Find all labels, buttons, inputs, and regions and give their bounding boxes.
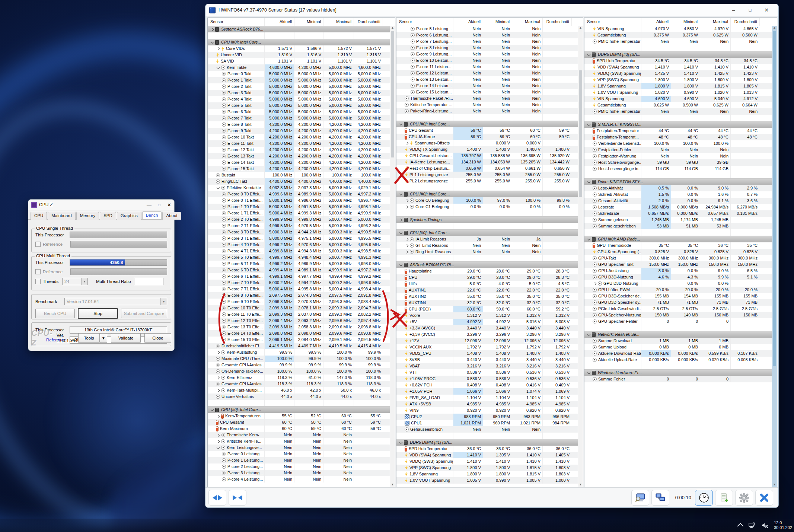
sensor-section-row[interactable]: CPU [#0]: Intel Core... xyxy=(208,39,390,45)
sensor-row[interactable]: Uncore Verhältnis44.0 x44.0 x44.0 x44.0 … xyxy=(208,394,390,400)
sensor-row[interactable]: P-core 0 Leistung...NeinNeinNein xyxy=(208,451,390,457)
sensor-row[interactable]: GPU-Takt300.0 MHz300.0 MHz300.0 MHz300.0… xyxy=(584,255,772,261)
sensor-row[interactable]: Gesamtleistung0.625 W0.500 W0.625 W0.604… xyxy=(584,102,772,108)
sensor-row[interactable]: E-core 8 T0 Effek...2,097.5 MHz2,074.3 M… xyxy=(208,292,390,299)
tab-memory[interactable]: Memory xyxy=(76,212,99,220)
scroll-up-icon[interactable]: ▲ xyxy=(578,26,583,30)
sensor-row[interactable]: Core VIDs1.571 V1.566 V1.572 V1.571 V xyxy=(208,45,390,52)
sensor-row[interactable]: Ring/LLC Takt4,400.0 MHz4,400.0 MHz4,400… xyxy=(208,178,390,185)
chevron-down-icon[interactable] xyxy=(399,231,404,235)
sensor-row[interactable]: Kern-Temperaturen55 °C52 °C60 °C55 °C xyxy=(208,413,390,419)
threads-checkbox[interactable] xyxy=(35,279,41,284)
sensor-row[interactable]: +5V4.992 V4.992 V5.016 V5.008 V xyxy=(396,319,578,325)
sensor-row[interactable]: Summe Download1 MB1 MB1 MB xyxy=(584,338,772,344)
sensor-row[interactable]: CPU Gesamt60 °C58 °C60 °C59 °C xyxy=(208,419,390,426)
sensor-section-row[interactable]: CPU [#0]: Intel Core... xyxy=(208,406,390,413)
sensor-row[interactable]: Schreibrate0.657 MB/s0.000 MB/s0.657 MB/… xyxy=(584,210,772,217)
maximize-button[interactable]: □ xyxy=(742,5,758,15)
chevron-down-icon[interactable] xyxy=(216,446,221,450)
sensor-row[interactable]: Kern-Leistungsve...NeinNeinNein xyxy=(208,445,390,451)
sensor-row[interactable]: AUXTIN235.0 °C35.0 °C35.0 °C35.0 °C xyxy=(396,293,578,300)
sensor-row[interactable]: CPU-IA-Kerne59 °C59 °C60 °C59 °C xyxy=(396,134,578,140)
sensor-row[interactable]: Effektive Kerntakte4,032.8 MHz2,037.8 MH… xyxy=(208,185,390,191)
remote-monitoring-button[interactable] xyxy=(651,490,669,506)
sensor-row[interactable]: Kern-Takte4,600.0 MHz4,200.0 MHz5,000.0 … xyxy=(208,64,390,71)
column-header-maximal[interactable]: Maximal xyxy=(512,18,542,26)
column-header-durchschnitt[interactable]: Durchschnitt xyxy=(354,18,383,26)
sensor-row[interactable]: GPU D3D-Speicher dy...71 MB71 MB71 MB71 … xyxy=(584,299,772,306)
sensor-section-row[interactable]: CPU [#0]: Intel Core... xyxy=(396,121,578,127)
sensor-row[interactable]: P-core 0 Takt5,000.0 MHz5,000.0 MHz5,000… xyxy=(208,71,390,77)
sensor-row[interactable]: +1.05V PCH1.066 V1.066 V1.074 V1.069 V xyxy=(396,388,578,395)
scrollbar[interactable]: ▲ ▼ xyxy=(772,26,777,487)
column-header-sensor[interactable]: Sensor xyxy=(584,18,641,26)
sensor-row[interactable]: GPU-Thermodiode35 °C35 °C36 °C35 °C xyxy=(584,242,772,249)
sensor-section-row[interactable]: DDR5 DIMM [#1] (BA... xyxy=(396,439,578,446)
sensor-row[interactable]: E-core 15 T0 Effe...2,099.1 MHz2,084.0 M… xyxy=(208,337,390,343)
sensor-row[interactable]: 1,8V Spannung1.800 V1.800 V1.815 V1.805 … xyxy=(584,83,772,89)
chevron-down-icon[interactable] xyxy=(587,52,592,57)
sensor-row[interactable]: P-core 1 T1 Effek...5,000.4 MHz4,999.3 M… xyxy=(208,210,390,216)
sensor-row[interactable]: Host-Schreibvorgänge...39 GB39 GB39 GB xyxy=(584,159,772,166)
sensor-row[interactable]: E-core 8 Leistung...NeinNeinNein xyxy=(396,45,578,51)
sensor-row[interactable]: Aktuelle Download-Rate0.000 KB/s0.000 KB… xyxy=(584,350,772,357)
sensor-row[interactable]: 1,8V Spannung1.800 V1.800 V1.815 V1.803 … xyxy=(396,471,578,477)
close-button[interactable]: ✕ xyxy=(758,5,775,15)
sensor-row[interactable]: Paket-/Ring-Leistung...NeinNeinNein xyxy=(396,108,578,114)
sensor-row[interactable]: Summe geschrieben53 MB51 MB53 MB xyxy=(584,223,772,229)
sensor-row[interactable]: E-core 12 T0 Effe...2,099.4 MHz2,093.2 M… xyxy=(208,318,390,324)
sensor-row[interactable]: VDD (SWA) Spannung1.410 V1.395 V1.410 V1… xyxy=(396,452,578,458)
sensor-section-row[interactable]: Windows Hardware Er... xyxy=(584,369,772,376)
chevron-down-icon[interactable] xyxy=(587,371,592,375)
sensor-row[interactable]: Thermische Kern-...NeinNeinNein xyxy=(208,432,390,438)
column-header-durchschnitt[interactable]: Durchschnitt xyxy=(542,18,571,26)
sensor-row[interactable]: Core C0 Belegung100.0 %97.0 %100.0 %99.8… xyxy=(396,197,578,204)
sensor-row[interactable]: GPU Lüfter PWM20.0 %20.0 %20.0 %20.0 % xyxy=(584,287,772,293)
sensor-row[interactable]: Summe Fehler000 xyxy=(584,376,772,382)
chevron-right-icon[interactable] xyxy=(216,376,221,380)
tab-spd[interactable]: SPD xyxy=(100,212,116,220)
sensor-row[interactable]: VIN Spannung4.970 V4.550 V4.970 V4.865 V xyxy=(584,26,772,32)
sensor-row[interactable]: PMIC hohe TemperaturNeinNeinNeinNein xyxy=(584,38,772,45)
validate-button[interactable]: Validate xyxy=(111,333,141,343)
chevron-down-icon[interactable] xyxy=(399,122,404,127)
sensor-row[interactable]: PMIC hohe TemperaturNeinNeinNeinNein xyxy=(584,108,772,115)
sensor-row[interactable]: P-core 6 T0 Effek...4,999.4 MHz4,989.1 M… xyxy=(208,267,390,273)
sensor-row[interactable]: VIN Spannung4.690 V4.690 V5.040 V4.912 V xyxy=(584,96,772,102)
column-header-aktuell[interactable]: Aktuell xyxy=(453,18,483,26)
sensor-row[interactable]: P-core 2 T1 Effek...4,999.5 MHz4,979.5 M… xyxy=(208,223,390,229)
chevron-down-icon[interactable] xyxy=(587,122,592,127)
sensor-row[interactable]: Uncore VID1.319 V1.316 V1.319 V1.318 V xyxy=(208,52,390,58)
sensor-row[interactable]: SPD Hub Temperatur34.5 °C34.5 °C34.8 °C3… xyxy=(584,58,772,64)
sensor-row[interactable]: E-core 10 Takt4,200.0 MHz4,200.0 MHz4,20… xyxy=(208,134,390,140)
sensor-row[interactable]: IA Limit ReasonsJaNeinJa xyxy=(396,236,578,242)
sensor-row[interactable]: P-core 7 T0 Effek...5,000.2 MHz4,994.2 M… xyxy=(208,280,390,286)
chevron-right-icon[interactable] xyxy=(216,433,221,437)
sensor-row[interactable]: GPU-Kern-Spannung (...0.825 V0.825 V0.82… xyxy=(584,249,772,255)
sensor-row[interactable]: Summe Upload0 MB0 MB0 MB xyxy=(584,344,772,350)
scrollbar[interactable]: ▲ ▼ xyxy=(390,26,395,487)
sensor-row[interactable]: Durchschnittlicher Ef...4,419.5 MHz4,409… xyxy=(208,343,390,349)
sensor-row[interactable]: P-core 6 Leistung...NeinNeinNein xyxy=(396,32,578,38)
sensor-row[interactable]: Ring Limit ReasonsNeinNeinNein xyxy=(396,249,578,255)
chevron-down-icon[interactable] xyxy=(216,66,221,70)
sensor-row[interactable]: VPP (SWC) Spannung1.800 V1.800 V1.800 V1… xyxy=(584,77,772,83)
chevron-right-icon[interactable] xyxy=(210,27,215,32)
column-header-maximal[interactable]: Maximal xyxy=(700,18,730,26)
sensor-row[interactable]: GehäuseeinbruchNeinNeinNein xyxy=(396,426,578,433)
sensor-row[interactable]: 1.0V VOUT Spannung1.005 V0.990 V1.005 V1… xyxy=(396,477,578,484)
cpuz-minimize-button[interactable]: — xyxy=(147,202,152,208)
sensor-row[interactable]: Kern-Effizienz118.3 %61.0 %147.0 %118.3 … xyxy=(208,375,390,381)
sensor-row[interactable]: Festplatten-Temperat...48 °C48 °C48 °C48… xyxy=(584,134,772,140)
sensor-row[interactable]: P-core 2 Leistung...NeinNeinNein xyxy=(208,463,390,470)
sensor-section-row[interactable]: System: ASRock B76... xyxy=(208,26,390,32)
chevron-right-icon[interactable] xyxy=(216,47,221,51)
chevron-down-icon[interactable] xyxy=(399,263,404,267)
sensor-row[interactable]: Lese-Aktivität0.5 %0.0 %9.0 %2.9 % xyxy=(584,185,772,191)
sensor-row[interactable]: CPU29.0 °C28.0 °C29.0 °C28.3 °C xyxy=(396,274,578,281)
tab-about[interactable]: About xyxy=(162,212,181,220)
sensor-row[interactable]: Spannungs-Offsets0.000 V0.000 V xyxy=(396,140,578,146)
sensor-row[interactable]: P-core 5 T0 Effek...4,999.7 MHz4,948.4 M… xyxy=(208,254,390,261)
sensor-row[interactable]: P-core 0 T0 Effek...4,999.6 MHz4,989.9 M… xyxy=(208,191,390,197)
sensor-row[interactable]: P-core 2 Takt5,000.0 MHz5,000.0 MHz5,000… xyxy=(208,83,390,90)
